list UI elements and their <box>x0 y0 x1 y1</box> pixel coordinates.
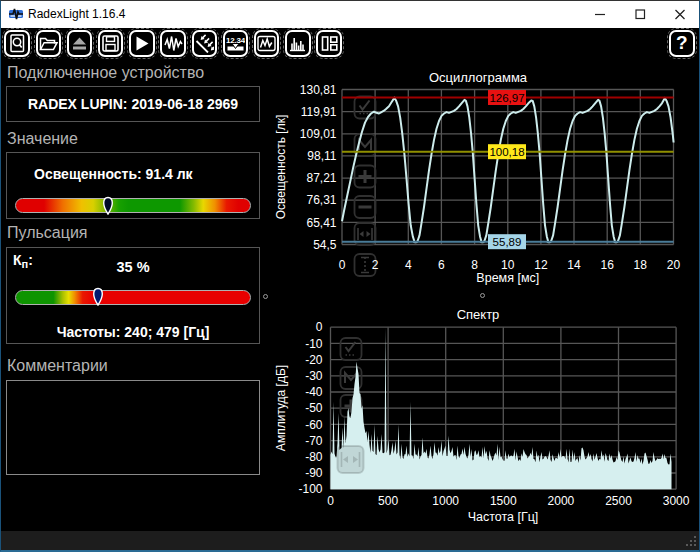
svg-text:109,01: 109,01 <box>300 127 337 141</box>
svg-text:16: 16 <box>601 258 615 272</box>
svg-text:Время [мс]: Время [мс] <box>476 271 539 285</box>
svg-text:1500: 1500 <box>490 494 517 508</box>
svg-text:-90: -90 <box>305 466 323 480</box>
svg-text:-10: -10 <box>305 337 323 351</box>
svg-text:Осциллограмма: Осциллограмма <box>429 70 528 85</box>
svg-text:-30: -30 <box>305 369 323 383</box>
svg-text:6: 6 <box>438 258 445 272</box>
svg-text:2500: 2500 <box>605 494 632 508</box>
svg-text:2000: 2000 <box>548 494 575 508</box>
svg-text:126,97: 126,97 <box>489 92 524 104</box>
svg-text:-40: -40 <box>305 385 323 399</box>
svg-text:119,91: 119,91 <box>301 105 337 119</box>
svg-text:-80: -80 <box>305 450 323 464</box>
svg-text:8: 8 <box>471 258 478 272</box>
svg-text:1000: 1000 <box>432 494 459 508</box>
svg-text:2: 2 <box>372 258 379 272</box>
svg-text:-100: -100 <box>298 482 322 496</box>
svg-text:65,41: 65,41 <box>306 216 336 230</box>
svg-text:20: 20 <box>667 258 681 272</box>
svg-text:-70: -70 <box>305 434 323 448</box>
svg-text:12: 12 <box>534 258 548 272</box>
svg-text:-20: -20 <box>305 353 323 367</box>
svg-text:130,81: 130,81 <box>300 83 337 97</box>
svg-text:Освещенность [лк]: Освещенность [лк] <box>274 115 288 220</box>
svg-text:14: 14 <box>567 258 581 272</box>
svg-text:76,31: 76,31 <box>306 193 336 207</box>
svg-text:18: 18 <box>634 258 648 272</box>
svg-text:100,18: 100,18 <box>489 146 524 158</box>
svg-text:55,89: 55,89 <box>493 236 522 248</box>
svg-text:54,5: 54,5 <box>313 238 337 252</box>
svg-text:98,11: 98,11 <box>307 149 336 163</box>
svg-text:Амплитуда [дБ]: Амплитуда [дБ] <box>274 365 288 451</box>
svg-text:0: 0 <box>339 258 346 272</box>
svg-text:Частота [Гц]: Частота [Гц] <box>468 510 539 524</box>
svg-text:4: 4 <box>405 258 412 272</box>
svg-text:87,21: 87,21 <box>306 171 336 185</box>
svg-text:3000: 3000 <box>663 494 690 508</box>
svg-text:-60: -60 <box>305 418 323 432</box>
svg-text:500: 500 <box>378 494 398 508</box>
svg-text:Спектр: Спектр <box>457 307 500 322</box>
svg-text:0: 0 <box>316 320 323 334</box>
svg-text:-50: -50 <box>305 401 323 415</box>
svg-text:10: 10 <box>501 258 515 272</box>
svg-text:0: 0 <box>327 494 334 508</box>
